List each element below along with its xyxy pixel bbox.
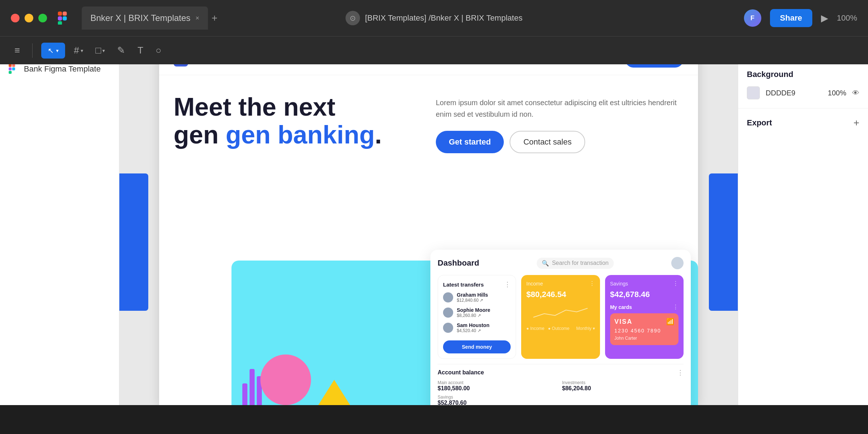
account-balance-header: Account balance ⋮ (438, 369, 684, 377)
main-account-value: $180,580.00 (438, 385, 559, 392)
left-panel: Layers Assets Design ▾ Bank Figma Templa… (0, 36, 119, 405)
hero-get-started-button[interactable]: Get started (436, 131, 504, 153)
search-bar[interactable]: 🔍 Search for transaction (537, 258, 614, 269)
income-amount: $80,246.54 (526, 290, 595, 299)
visa-number: 1230 4560 7890 (614, 328, 674, 334)
blue-right-sidebar (709, 173, 738, 311)
export-header: Export + (747, 117, 859, 129)
transfers-title: Latest transfers (443, 282, 484, 288)
hero-title-main: Meet the next (174, 93, 335, 121)
dashboard-grid: Latest transfers ⋮ Graham Hills $12,840.… (438, 275, 684, 359)
frame-tool-button[interactable]: # ▾ (70, 41, 86, 60)
close-button[interactable] (11, 14, 20, 22)
transfer-avatar-3 (443, 323, 453, 333)
account-balance-menu-icon[interactable]: ⋮ (677, 369, 684, 377)
svg-rect-2 (58, 16, 62, 20)
hero-title-word1: gen (174, 121, 226, 149)
background-title: Background (747, 70, 859, 79)
my-cards-header: My cards ⋮ (610, 304, 678, 310)
tab-close-button[interactable]: × (196, 14, 200, 22)
transfers-menu-icon[interactable]: ⋮ (504, 280, 511, 288)
balance-grid: Main account $180,580.00 Investments $86… (438, 380, 684, 405)
play-button[interactable]: ▶ (821, 13, 828, 24)
pen-tool-icon: ✎ (117, 45, 125, 56)
color-swatch[interactable] (747, 86, 760, 99)
transfer-amount-1: $12,840.60 ↗ (457, 298, 488, 303)
menu-tool-button[interactable]: ≡ (11, 41, 24, 60)
income-legend-outcome: ● Outcome (548, 326, 569, 331)
savings-balance-label: Savings (438, 395, 559, 400)
send-money-button[interactable]: Send money (443, 340, 511, 353)
text-tool-button[interactable]: T (134, 41, 147, 60)
savings-menu-icon[interactable]: ⋮ (673, 280, 678, 287)
hero-contact-sales-button[interactable]: Contact sales (510, 131, 585, 153)
fullscreen-button[interactable] (38, 14, 47, 22)
active-tab[interactable]: Bnker X | BRIX Templates × (82, 7, 208, 30)
pen-tool-button[interactable]: ✎ (114, 41, 129, 60)
opacity-value[interactable]: 100% (828, 89, 846, 97)
wifi-icon: 📶 (666, 318, 674, 326)
transfer-info-3: Sam Houston $4,520.40 ↗ (457, 322, 489, 333)
shape-tool-button[interactable]: □ ▾ (92, 41, 109, 60)
color-hex-value[interactable]: DDDDE9 (766, 89, 822, 97)
transfer-avatar-1 (443, 292, 453, 302)
hero-left: Meet the next gen gen banking. (174, 93, 421, 153)
hero-section: Meet the next gen gen banking. Lorem ips… (159, 75, 698, 164)
transfer-name-2: Sophie Moore (457, 307, 490, 313)
transfer-item-1: Graham Hills $12,840.60 ↗ (443, 292, 511, 303)
select-tool-button[interactable]: ↖ ▾ (41, 43, 65, 59)
hero-right: Lorem ipsum dolor sit amet consectetur a… (436, 93, 684, 153)
svg-rect-7 (9, 68, 12, 70)
visa-card-header: VISA 📶 (614, 318, 674, 326)
comment-tool-button[interactable]: ○ (152, 41, 165, 60)
income-menu-icon[interactable]: ⋮ (589, 280, 595, 287)
canvas-area[interactable]: Bnker X Home About Blog Pages▾ Cart(0) ⊙… (119, 36, 738, 405)
dashboard-preview-area: Dashboard 🔍 Search for transaction Lates (159, 250, 698, 405)
svg-rect-6 (12, 64, 15, 67)
file-path: [BRIX Templates] /Bnker X | BRIX Templat… (365, 13, 522, 23)
transfer-item-2: Sophie Moore $8,260.80 ↗ (443, 307, 511, 318)
tab-title: Bnker X | BRIX Templates (90, 13, 191, 23)
hero-buttons: Get started Contact sales (436, 131, 684, 153)
export-add-button[interactable]: + (854, 117, 859, 129)
website-frame: Bnker X Home About Blog Pages▾ Cart(0) ⊙… (159, 43, 698, 405)
visa-card: VISA 📶 1230 4560 7890 John Carter (610, 313, 678, 345)
svg-rect-8 (12, 68, 15, 70)
transfer-name-1: Graham Hills (457, 292, 488, 298)
visibility-toggle-icon[interactable]: 👁 (852, 89, 859, 97)
share-button[interactable]: Share (770, 9, 812, 27)
main-account-item: Main account $180,580.00 (438, 380, 559, 392)
investments-label: Investments (562, 380, 684, 385)
transfer-amount-3: $4,520.40 ↗ (457, 328, 489, 333)
minimize-button[interactable] (25, 14, 33, 22)
hero-description: Lorem ipsum dolor sit amet consectetur a… (436, 97, 684, 120)
toolbar: ≡ ↖ ▾ # ▾ □ ▾ ✎ T ○ (0, 36, 868, 64)
visa-brand: VISA (614, 318, 633, 326)
account-balance-title: Account balance (438, 369, 484, 376)
dashboard-header: Dashboard 🔍 Search for transaction (438, 257, 684, 269)
user-avatar-icon: ⊙ (345, 11, 360, 25)
text-tool-icon: T (137, 45, 143, 56)
add-tab-button[interactable]: + (212, 12, 217, 24)
search-placeholder: Search for transaction (552, 260, 609, 266)
bar-2 (250, 369, 255, 405)
transfer-info-2: Sophie Moore $8,260.80 ↗ (457, 307, 490, 318)
svg-rect-1 (63, 12, 67, 16)
traffic-lights (11, 14, 47, 22)
savings-card: Savings ⋮ $42,678.46 My cards ⋮ (605, 275, 684, 359)
dashboard-title: Dashboard (438, 258, 479, 268)
layer-figma-icon (9, 64, 19, 74)
transfer-amount-2: $8,260.80 ↗ (457, 313, 490, 318)
hero-title-blue: gen banking (226, 121, 375, 149)
svg-rect-5 (9, 64, 12, 67)
svg-rect-0 (58, 12, 62, 16)
header-right: F Share ▶ 100% (744, 9, 857, 27)
investments-value: $86,204.80 (562, 385, 684, 392)
zoom-level[interactable]: 100% (837, 13, 857, 23)
my-cards-menu-icon[interactable]: ⋮ (673, 304, 678, 310)
savings-amount: $42,678.46 (610, 290, 678, 299)
yellow-triangle-shape (318, 380, 350, 405)
frame-tool-chevron: ▾ (81, 48, 83, 53)
income-header: Income ⋮ (526, 280, 595, 287)
titlebar: Bnker X | BRIX Templates × + ⊙ [BRIX Tem… (0, 0, 868, 36)
